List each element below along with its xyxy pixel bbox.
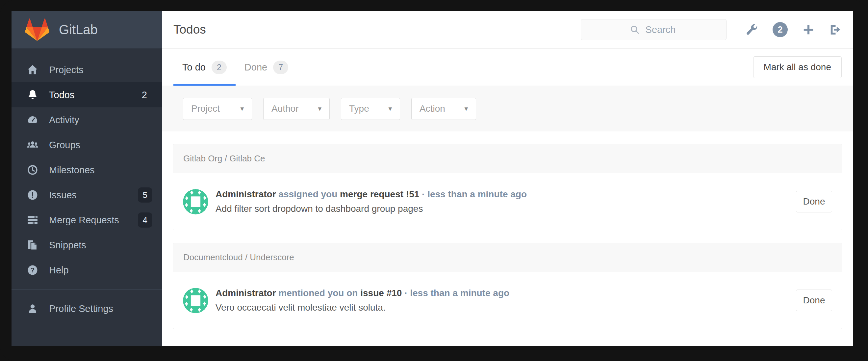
- sign-out-button[interactable]: [829, 23, 842, 36]
- sidebar-item-projects[interactable]: Projects: [11, 57, 162, 82]
- tab-todo[interactable]: To do 2: [174, 49, 236, 86]
- filter-label: Type: [349, 104, 369, 114]
- merge-request-icon: [27, 214, 38, 226]
- group-header: Gitlab Org / Gitlab Ce: [173, 144, 842, 173]
- mark-all-as-done-button[interactable]: Mark all as done: [753, 56, 842, 78]
- todo-target-link[interactable]: merge request !51: [340, 189, 419, 199]
- todos-counter-badge[interactable]: 2: [773, 22, 788, 37]
- done-button[interactable]: Done: [796, 191, 832, 213]
- sidebar-item-issues[interactable]: Issues 5: [11, 183, 162, 207]
- todo-author: Administrator: [216, 288, 276, 298]
- sidebar-item-activity[interactable]: Activity: [11, 107, 162, 132]
- gitlab-tanuki-icon: [25, 18, 50, 41]
- caret-down-icon: ▾: [464, 105, 468, 113]
- todo-headline: Administrator mentioned you on issue #10…: [216, 286, 509, 300]
- sidebar-nav: Projects Todos 2 Activity: [11, 49, 162, 283]
- todo-body: Vero occaecati velit molestiae velit sol…: [216, 300, 509, 315]
- search-input[interactable]: [581, 20, 726, 40]
- todo-text: Administrator assigned you merge request…: [216, 187, 527, 216]
- snippet-icon: [27, 239, 38, 251]
- sidebar-item-snippets[interactable]: Snippets: [11, 232, 162, 257]
- plus-icon: [802, 23, 815, 36]
- caret-down-icon: ▾: [240, 105, 244, 113]
- user-icon: [27, 303, 38, 314]
- home-icon: [27, 64, 38, 76]
- separator-dot: ·: [404, 288, 407, 298]
- brand-name: GitLab: [59, 22, 98, 37]
- todos-count: 2: [142, 90, 152, 101]
- sidebar-item-label: Help: [49, 265, 69, 276]
- sidebar-item-milestones[interactable]: Milestones: [11, 158, 162, 183]
- help-icon: ?: [27, 264, 38, 276]
- tabs-bar: To do 2 Done 7 Mark all as done: [162, 49, 853, 86]
- sidebar-item-todos[interactable]: Todos 2: [11, 82, 162, 107]
- sidebar-item-profile-settings[interactable]: Profile Settings: [11, 296, 162, 321]
- todo-item: Administrator assigned you merge request…: [173, 173, 842, 230]
- sidebar-item-label: Projects: [49, 64, 84, 76]
- todo-body: Add filter sort dropdown to dashboard gr…: [216, 201, 527, 216]
- avatar[interactable]: [183, 189, 208, 215]
- tab-done-count-badge: 7: [273, 61, 288, 74]
- gitlab-app: GitLab Projects Todos 2: [11, 11, 853, 346]
- filter-label: Action: [420, 104, 445, 114]
- filter-label: Author: [272, 104, 299, 114]
- sidebar-item-label: Milestones: [49, 165, 95, 175]
- todo-group-panel: Gitlab Org / Gitlab Ce Administrator ass…: [173, 144, 842, 230]
- sidebar-item-label: Profile Settings: [49, 303, 113, 314]
- clock-icon: [27, 164, 38, 176]
- tab-label: To do: [182, 62, 206, 73]
- sidebar-item-label: Activity: [49, 115, 79, 126]
- filter-label: Project: [191, 104, 220, 114]
- sidebar-item-groups[interactable]: Groups: [11, 132, 162, 158]
- issues-count-badge: 5: [138, 188, 152, 202]
- tab-done[interactable]: Done 7: [236, 49, 297, 86]
- dashboard-icon: [27, 114, 38, 126]
- project-filter-dropdown[interactable]: Project ▾: [183, 98, 252, 120]
- wrench-icon: [746, 23, 758, 36]
- sidebar-item-help[interactable]: ? Help: [11, 257, 162, 283]
- todo-author: Administrator: [216, 189, 276, 199]
- done-button[interactable]: Done: [796, 289, 832, 311]
- admin-wrench-button[interactable]: [746, 23, 758, 36]
- search-icon: [630, 25, 640, 35]
- bell-icon: [27, 89, 38, 101]
- todo-timestamp: less than a minute ago: [410, 288, 509, 298]
- group-header: Documentcloud / Underscore: [173, 243, 842, 272]
- sidebar-logo[interactable]: GitLab: [11, 11, 162, 49]
- caret-down-icon: ▾: [318, 105, 321, 113]
- tab-label: Done: [245, 62, 267, 73]
- sidebar: GitLab Projects Todos 2: [11, 11, 162, 346]
- todos-list: Gitlab Org / Gitlab Ce Administrator ass…: [162, 132, 853, 329]
- sidebar-item-label: Groups: [49, 140, 80, 150]
- users-icon: [27, 139, 38, 151]
- main-header: Todos 2: [162, 11, 853, 49]
- todo-action: mentioned you on: [278, 288, 358, 298]
- sidebar-item-merge-requests[interactable]: Merge Requests 4: [11, 207, 162, 232]
- sidebar-item-label: Merge Requests: [49, 215, 119, 226]
- todo-item: Administrator mentioned you on issue #10…: [173, 272, 842, 329]
- author-filter-dropdown[interactable]: Author ▾: [263, 98, 330, 120]
- svg-text:?: ?: [31, 267, 35, 274]
- search-box[interactable]: [581, 19, 726, 40]
- separator-dot: ·: [422, 189, 425, 199]
- sidebar-item-label: Issues: [49, 190, 77, 201]
- todo-target-link[interactable]: issue #10: [360, 288, 402, 298]
- action-filter-dropdown[interactable]: Action ▾: [411, 98, 476, 120]
- filter-bar: Project ▾ Author ▾ Type ▾ Action ▾: [162, 86, 853, 132]
- type-filter-dropdown[interactable]: Type ▾: [341, 98, 400, 120]
- todo-timestamp: less than a minute ago: [427, 189, 527, 199]
- todo-headline: Administrator assigned you merge request…: [216, 187, 527, 201]
- issue-icon: [27, 189, 38, 201]
- new-project-button[interactable]: [802, 23, 815, 36]
- sidebar-item-label: Todos: [49, 90, 74, 101]
- main-area: Todos 2: [162, 11, 853, 346]
- tab-todo-count-badge: 2: [212, 61, 227, 74]
- avatar[interactable]: [183, 288, 208, 313]
- todo-group-panel: Documentcloud / Underscore Administrator…: [173, 243, 842, 329]
- page-title: Todos: [174, 23, 206, 36]
- todo-text: Administrator mentioned you on issue #10…: [216, 286, 509, 315]
- sidebar-item-label: Snippets: [49, 240, 86, 251]
- header-controls: 2: [581, 19, 842, 40]
- app-window: GitLab Projects Todos 2: [0, 0, 868, 361]
- sign-out-icon: [829, 23, 842, 36]
